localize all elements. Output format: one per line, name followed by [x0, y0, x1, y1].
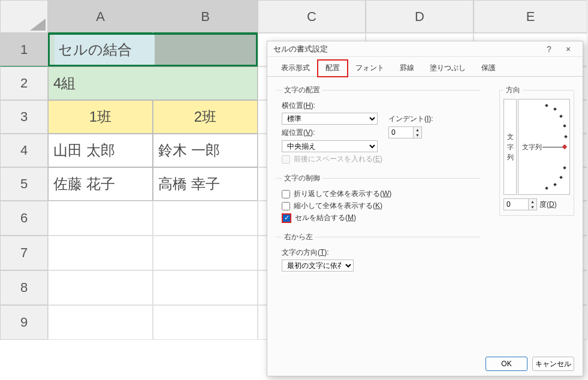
dialog-title: セルの書式設定 — [273, 44, 539, 55]
help-button[interactable]: ? — [539, 44, 559, 54]
orientation-group: 方向 文字列 文字列 — [499, 83, 574, 223]
cell-b3[interactable]: 2班 — [153, 100, 258, 134]
indent-input[interactable] — [388, 126, 414, 138]
col-header-d[interactable]: D — [366, 0, 474, 33]
row-header-3[interactable]: 3 — [0, 100, 48, 134]
row-header-9[interactable]: 9 — [0, 305, 48, 340]
cell-b5[interactable]: 高橋 幸子 — [153, 167, 258, 201]
row-header-5[interactable]: 5 — [0, 167, 48, 201]
cell-a4[interactable]: 山田 太郎 — [48, 134, 153, 167]
valign-select[interactable]: 中央揃え — [282, 140, 378, 152]
cell-a6[interactable] — [48, 201, 153, 236]
indent-spinner[interactable]: ▲▼ — [388, 126, 422, 138]
deg-down-icon[interactable]: ▼ — [529, 204, 536, 210]
tab-fill[interactable]: 塗りつぶし — [422, 60, 474, 77]
degrees-input[interactable] — [503, 198, 529, 210]
text-control-legend: 文字の制御 — [282, 173, 322, 183]
row-header-6[interactable]: 6 — [0, 201, 48, 236]
shrink-to-fit-label: 縮小して全体を表示する(K) — [294, 201, 382, 211]
degrees-spinner[interactable]: ▲▼ — [503, 198, 537, 210]
shrink-to-fit-checkbox[interactable] — [282, 202, 290, 210]
cell-a9[interactable] — [48, 305, 153, 340]
text-alignment-group: 文字の配置 横位置(H): 標準 インデント(I): 縦位置(V): ▲▼ 中央… — [276, 85, 480, 166]
cell-b6[interactable] — [153, 201, 258, 236]
col-header-e[interactable]: E — [474, 0, 587, 33]
deg-up-icon[interactable]: ▲ — [529, 199, 536, 204]
merge-cells-label: セルを結合する(M) — [295, 213, 356, 223]
wrap-text-checkbox[interactable] — [282, 190, 290, 198]
row-header-1[interactable]: 1 — [0, 33, 48, 67]
orientation-legend: 方向 — [503, 85, 523, 95]
select-all-corner[interactable] — [0, 0, 48, 33]
dialog-body: 文字の配置 横位置(H): 標準 インデント(I): 縦位置(V): ▲▼ 中央… — [267, 77, 583, 352]
cell-a7[interactable] — [48, 236, 153, 270]
row-header-8[interactable]: 8 — [0, 270, 48, 305]
cell-b8[interactable] — [153, 270, 258, 305]
col-header-a[interactable]: A — [48, 0, 153, 33]
cell-a1-b1-merged-selection[interactable]: セルの結合 — [48, 33, 258, 67]
halign-label: 横位置(H): — [282, 101, 324, 111]
row-header-7[interactable]: 7 — [0, 236, 48, 270]
tab-border[interactable]: 罫線 — [392, 60, 422, 77]
close-button[interactable]: × — [559, 44, 578, 54]
tab-font[interactable]: フォント — [348, 60, 392, 77]
orientation-dial-text: 文字列 — [522, 143, 542, 152]
cancel-button[interactable]: キャンセル — [532, 357, 574, 371]
wrap-text-label: 折り返して全体を表示する(W) — [294, 189, 391, 199]
dialog-tabs: 表示形式 配置 フォント 罫線 塗りつぶし 保護 — [267, 57, 583, 77]
cell-a3[interactable]: 1班 — [48, 100, 153, 134]
cell-a5[interactable]: 佐藤 花子 — [48, 167, 153, 201]
row-header-4[interactable]: 4 — [0, 134, 48, 167]
indent-up-icon[interactable]: ▲ — [414, 127, 421, 132]
cell-b1[interactable] — [155, 35, 256, 65]
col-header-c[interactable]: C — [258, 0, 366, 33]
text-alignment-legend: 文字の配置 — [282, 85, 322, 95]
justify-distributed-label: 前後にスペースを入れる(E) — [294, 154, 382, 164]
degrees-label: 度(D) — [539, 200, 557, 210]
valign-label: 縦位置(V): — [282, 128, 324, 138]
col-header-b[interactable]: B — [153, 0, 258, 33]
rtl-legend: 右から左 — [282, 232, 315, 242]
merge-cells-checkbox[interactable]: ✓ — [282, 213, 291, 223]
text-control-group: 文字の制御 折り返して全体を表示する(W) 縮小して全体を表示する(K) ✓ セ… — [276, 173, 480, 225]
tab-protection[interactable]: 保護 — [474, 60, 503, 77]
cell-a8[interactable] — [48, 270, 153, 305]
cell-a2-b2-merged[interactable]: 4組 — [48, 67, 258, 100]
cell-b4[interactable]: 鈴木 一郎 — [153, 134, 258, 167]
orientation-dial[interactable]: 文字列 — [518, 99, 570, 195]
format-cells-dialog: セルの書式設定 ? × 表示形式 配置 フォント 罫線 塗りつぶし 保護 文字の… — [267, 41, 583, 376]
tab-alignment[interactable]: 配置 — [318, 60, 348, 77]
ok-button[interactable]: OK — [486, 357, 527, 371]
halign-select[interactable]: 標準 — [282, 113, 378, 125]
cell-b9[interactable] — [153, 305, 258, 340]
justify-distributed-checkbox — [282, 155, 290, 164]
cell-a1[interactable]: セルの結合 — [55, 35, 158, 65]
textdir-select[interactable]: 最初の文字に依存 — [282, 260, 354, 272]
indent-label: インデント(I): — [388, 114, 433, 124]
indent-down-icon[interactable]: ▼ — [414, 132, 421, 138]
cell-b7[interactable] — [153, 236, 258, 270]
dialog-titlebar[interactable]: セルの書式設定 ? × — [267, 41, 583, 57]
tab-number-format[interactable]: 表示形式 — [273, 60, 318, 77]
vertical-text-button[interactable]: 文字列 — [503, 99, 517, 195]
dialog-footer: OK キャンセル — [267, 352, 583, 376]
row-header-2[interactable]: 2 — [0, 67, 48, 100]
rtl-group: 右から左 文字の方向(T): 最初の文字に依存 — [276, 232, 480, 273]
textdir-label: 文字の方向(T): — [282, 248, 329, 258]
